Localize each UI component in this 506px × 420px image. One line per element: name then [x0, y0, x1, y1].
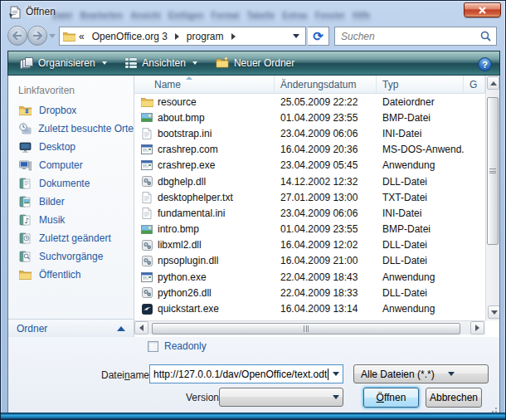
sidebar-item-label: Computer: [39, 159, 83, 171]
horizontal-scrollbar-thumb[interactable]: [152, 323, 460, 335]
background-menu-item: Tabelle: [247, 11, 275, 21]
sidebar-item-zuletzt-besuchte-orte[interactable]: Zuletzt besuchte Orte: [8, 120, 134, 138]
views-button[interactable]: Ansichten: [119, 53, 204, 73]
search-icon[interactable]: [480, 31, 491, 42]
scroll-left-button[interactable]: [134, 321, 148, 335]
readonly-checkbox[interactable]: [148, 341, 158, 352]
sidebar-item-label: Desktop: [39, 141, 75, 153]
file-rows: resource25.05.2009 22:22Dateiordnerabout…: [134, 94, 485, 317]
chevron-right-icon[interactable]: [175, 33, 179, 40]
open-button[interactable]: Öffnen: [363, 388, 419, 408]
organize-button[interactable]: Organisieren: [13, 53, 114, 73]
address-dropdown[interactable]: [293, 34, 299, 38]
file-row[interactable]: python.exe22.04.2009 18:43Anwendung: [134, 269, 485, 285]
chevron-up-icon: [117, 326, 125, 331]
filetype-select[interactable]: Alle Dateien (*.*): [353, 364, 489, 383]
breadcrumb-overflow[interactable]: «: [79, 31, 85, 42]
sidebar-item-label: Musik: [39, 214, 65, 226]
sidebar-item--ffentlich[interactable]: Öffentlich: [8, 266, 134, 284]
scroll-right-button[interactable]: [470, 321, 484, 335]
file-row[interactable]: bootstrap.ini23.04.2009 06:06INI-Datei: [134, 125, 485, 141]
background-menu-item: Hilfe: [353, 11, 371, 21]
sidebar-item-musik[interactable]: ♪Musik: [8, 211, 134, 229]
arrow-right-icon: [32, 32, 42, 40]
cancel-button[interactable]: Abbrechen: [426, 388, 482, 408]
sidebar-item-zuletzt-ge-ndert[interactable]: Zuletzt geändert: [8, 229, 134, 247]
dialog-footer: Readonly Dateiname: http://127.0.0.1/dav…: [7, 337, 500, 414]
breadcrumb-item-program[interactable]: program: [184, 31, 226, 42]
filename-input[interactable]: http://127.0.0.1/dav/OpenOffice/text.odt: [149, 364, 343, 383]
file-row[interactable]: dbghelp.dll14.12.2002 12:32DLL-Datei: [134, 173, 485, 189]
file-row[interactable]: fundamental.ini23.04.2009 06:06INI-Datei: [134, 205, 485, 221]
sidebar-item-suchvorg-nge[interactable]: Suchvorgänge: [8, 247, 134, 266]
version-select[interactable]: [219, 388, 343, 407]
resize-grip[interactable]: [489, 404, 497, 413]
chevron-right-icon[interactable]: [231, 33, 236, 40]
file-row[interactable]: about.bmp01.04.2009 23:55BMP-Datei: [134, 110, 485, 125]
organize-icon: [20, 57, 33, 69]
file-name: quickstart.exe: [158, 303, 219, 315]
filetype-dropdown-button[interactable]: [441, 365, 455, 383]
file-row[interactable]: python26.dll22.04.2009 18:33DLL-Datei: [134, 285, 485, 300]
vertical-scrollbar[interactable]: [485, 76, 499, 320]
version-dropdown-button[interactable]: [328, 388, 343, 406]
folders-expander-label: Ordner: [17, 323, 47, 335]
back-button[interactable]: [7, 26, 27, 46]
search-placeholder: Suchen: [341, 31, 480, 42]
sidebar-item-dropbox[interactable]: Dropbox: [8, 101, 134, 120]
help-button[interactable]: ?: [478, 57, 492, 71]
file-name: crashrep.exe: [158, 159, 215, 171]
file-row[interactable]: crashrep.exe23.04.2009 05:45Anwendung: [134, 158, 485, 173]
sidebar-item-computer[interactable]: Computer: [8, 156, 134, 174]
forward-button[interactable]: [27, 26, 47, 46]
close-button[interactable]: [464, 2, 501, 17]
sidebar-item-dokumente[interactable]: Dokumente: [8, 174, 134, 193]
background-menu-item: Ansicht: [130, 11, 161, 21]
file-name: resource: [158, 96, 197, 108]
file-row[interactable]: intro.bmp01.04.2009 23:55BMP-Datei: [134, 222, 485, 237]
file-date: 27.01.2009 13:00: [275, 192, 377, 203]
file-row[interactable]: libxml2.dll16.04.2009 12:02DLL-Datei: [134, 237, 485, 253]
refresh-button[interactable]: ⟳: [308, 27, 329, 46]
new-folder-button[interactable]: Neuer Ordner: [209, 53, 301, 73]
column-header-date[interactable]: Änderungsdatum: [275, 76, 377, 93]
breadcrumb[interactable]: « OpenOffice.org 3 program: [59, 27, 306, 46]
horizontal-scrollbar[interactable]: [134, 320, 485, 335]
file-row[interactable]: desktophelper.txt27.01.2009 13:00TXT-Dat…: [134, 189, 485, 205]
column-header-type[interactable]: Typ: [377, 76, 464, 93]
file-date: 16.04.2009 12:02: [275, 239, 377, 251]
dll-icon: [140, 175, 153, 188]
open-dialog: Öffnen DateiBearbeitenAnsichtEinfügenFor…: [0, 0, 506, 420]
file-type: DLL-Datei: [377, 239, 464, 251]
file-row[interactable]: npsoplugin.dll16.04.2009 21:00DLL-Datei: [134, 253, 485, 269]
history-dropdown[interactable]: [49, 34, 56, 38]
folders-expander[interactable]: Ordner: [8, 319, 134, 337]
titlebar[interactable]: Öffnen DateiBearbeitenAnsichtEinfügenFor…: [1, 1, 506, 24]
sidebar-item-label: Bilder: [39, 196, 65, 208]
file-type: BMP-Datei: [377, 112, 464, 124]
sidebar-item-desktop[interactable]: Desktop: [8, 138, 134, 156]
sidebar-item-bilder[interactable]: Bilder: [8, 193, 134, 211]
dll-icon: [140, 239, 153, 252]
scroll-down-button[interactable]: [488, 305, 499, 319]
file-date: 22.04.2009 18:43: [275, 271, 377, 283]
bmp-icon: [140, 111, 153, 124]
file-name: npsoplugin.dll: [158, 255, 218, 266]
filename-dropdown-button[interactable]: [328, 365, 343, 383]
sidebar-item-label: Zuletzt geändert: [39, 232, 111, 244]
file-name: bootstrap.ini: [158, 128, 212, 139]
readonly-label[interactable]: Readonly: [164, 340, 207, 352]
favorites-sidebar: Linkfavoriten DropboxZuletzt besuchte Or…: [8, 76, 134, 337]
file-row[interactable]: quickstart.exe16.04.2009 13:14Anwendung: [134, 300, 485, 316]
breadcrumb-item-openoffice[interactable]: OpenOffice.org 3: [90, 31, 170, 42]
search-input[interactable]: Suchen: [334, 27, 497, 46]
vertical-scrollbar-thumb[interactable]: [487, 97, 499, 245]
file-row[interactable]: crashrep.com16.04.2009 20:36MS-DOS-Anwen…: [134, 142, 485, 158]
searches-icon: [18, 250, 32, 263]
column-header-name[interactable]: Name: [134, 76, 275, 93]
txt-icon: [140, 191, 153, 203]
file-row[interactable]: resource25.05.2009 22:22Dateiordner: [134, 94, 485, 110]
new-folder-icon: [216, 56, 229, 71]
scroll-up-button[interactable]: [487, 76, 499, 90]
column-header-size[interactable]: G: [464, 76, 485, 93]
